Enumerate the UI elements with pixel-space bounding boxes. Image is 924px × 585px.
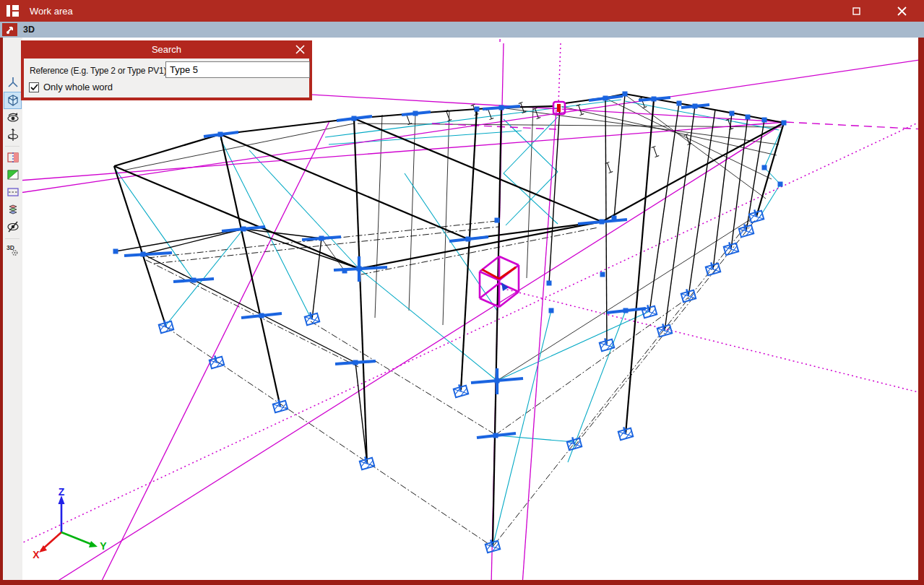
clip-plane-icon[interactable] xyxy=(4,183,22,201)
joint-nodes xyxy=(113,92,787,438)
footing xyxy=(618,425,634,440)
app-logo-icon xyxy=(7,5,20,17)
3d-view-tab-icon xyxy=(2,23,17,36)
search-dialog: Search Reference (E.g. Type 2 or Type PV… xyxy=(21,40,312,100)
footing xyxy=(566,436,582,450)
footing xyxy=(642,303,657,318)
footing xyxy=(748,208,764,222)
axis-x-label: X xyxy=(33,549,40,560)
svg-text:3D: 3D xyxy=(7,244,14,251)
footing xyxy=(304,311,320,325)
render-mode-icon[interactable] xyxy=(4,166,22,183)
title-bar: Work area xyxy=(0,0,924,22)
search-dialog-close-icon[interactable] xyxy=(292,43,308,56)
only-whole-word-checkbox[interactable] xyxy=(29,82,39,92)
application-window: { "window": {"title": "Work area"}, "tab… xyxy=(0,0,924,585)
rotate-model-icon[interactable] xyxy=(4,126,22,144)
section-box-icon[interactable] xyxy=(4,149,22,166)
view-toolbar: 3D xyxy=(3,38,22,580)
view-cube-icon[interactable] xyxy=(4,92,22,109)
footing xyxy=(158,318,174,333)
footing xyxy=(272,398,288,412)
tab-3d-label[interactable]: 3D xyxy=(23,25,35,35)
footing xyxy=(681,287,696,302)
scene-lines-cyan xyxy=(114,100,784,544)
window-border-bottom xyxy=(0,580,924,585)
search-dialog-title: Search xyxy=(152,44,181,55)
maximize-button[interactable] xyxy=(842,0,871,22)
reference-label: Reference (E.g. Type 2 or Type PV1) xyxy=(30,66,166,76)
axes-tripod-icon[interactable] xyxy=(4,74,22,91)
footing xyxy=(723,240,739,255)
search-dialog-body: Reference (E.g. Type 2 or Type PV1) Only… xyxy=(24,58,309,98)
search-dialog-titlebar[interactable]: Search xyxy=(21,40,312,58)
close-button[interactable] xyxy=(887,0,916,22)
hide-elements-icon[interactable] xyxy=(4,218,22,235)
only-whole-word-label: Only whole word xyxy=(43,82,113,92)
reference-input[interactable] xyxy=(165,61,310,78)
scene-lines-black_thick xyxy=(114,94,784,545)
tab-bar: 3D xyxy=(0,22,924,38)
footing xyxy=(738,222,754,237)
footing xyxy=(657,322,673,337)
3d-settings-icon[interactable]: 3D xyxy=(4,241,22,259)
scene-lines-dashdot xyxy=(146,219,755,547)
axis-z-label: Z xyxy=(59,486,65,498)
window-title: Work area xyxy=(30,6,73,17)
axes-triad: ZXY xyxy=(33,486,107,560)
orbit-view-icon[interactable] xyxy=(4,109,22,126)
layers-icon[interactable] xyxy=(4,201,22,218)
window-border-right xyxy=(918,38,924,585)
selection-cube xyxy=(480,256,519,307)
axis-y-label: Y xyxy=(100,540,107,552)
